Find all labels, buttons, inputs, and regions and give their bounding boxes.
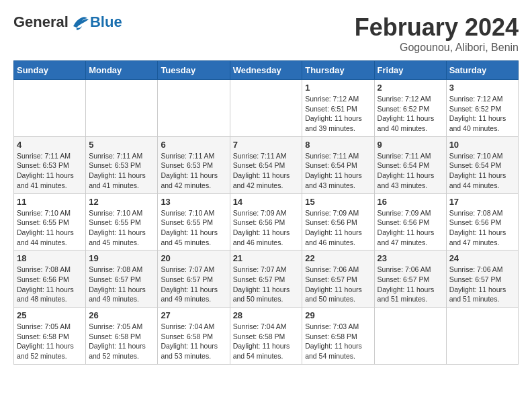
calendar-cell (446, 308, 518, 365)
day-info: Sunrise: 7:09 AMSunset: 6:56 PMDaylight:… (233, 208, 300, 248)
day-number: 12 (89, 197, 154, 207)
calendar-cell: 28Sunrise: 7:04 AMSunset: 6:58 PMDayligh… (230, 308, 302, 365)
logo-blue-text: Blue (90, 13, 122, 31)
calendar-cell: 25Sunrise: 7:05 AMSunset: 6:58 PMDayligh… (14, 308, 86, 365)
calendar-cell: 18Sunrise: 7:08 AMSunset: 6:56 PMDayligh… (14, 250, 86, 308)
location: Gogounou, Alibori, Benin (355, 42, 519, 54)
calendar-header-monday: Monday (86, 61, 158, 80)
calendar-cell: 14Sunrise: 7:09 AMSunset: 6:56 PMDayligh… (230, 193, 302, 250)
day-number: 10 (449, 140, 515, 150)
day-number: 5 (89, 140, 154, 150)
calendar-header-wednesday: Wednesday (230, 61, 302, 80)
day-number: 4 (17, 140, 83, 150)
calendar-week-row: 18Sunrise: 7:08 AMSunset: 6:56 PMDayligh… (14, 250, 519, 308)
page-header: General Blue February 2024 Gogounou, Ali… (13, 13, 519, 54)
day-info: Sunrise: 7:12 AMSunset: 6:52 PMDaylight:… (449, 94, 515, 134)
logo-bird-icon (70, 14, 90, 31)
calendar-cell: 2Sunrise: 7:12 AMSunset: 6:52 PMDaylight… (374, 80, 446, 137)
day-info: Sunrise: 7:06 AMSunset: 6:57 PMDaylight:… (449, 265, 515, 304)
day-number: 25 (17, 310, 83, 320)
day-number: 14 (233, 197, 300, 207)
day-number: 3 (449, 83, 515, 93)
day-info: Sunrise: 7:08 AMSunset: 6:56 PMDaylight:… (449, 208, 515, 248)
logo: General Blue (13, 13, 122, 31)
day-info: Sunrise: 7:10 AMSunset: 6:55 PMDaylight:… (17, 208, 83, 248)
calendar-header-sunday: Sunday (14, 61, 86, 80)
calendar-cell: 3Sunrise: 7:12 AMSunset: 6:52 PMDaylight… (446, 80, 518, 137)
day-info: Sunrise: 7:12 AMSunset: 6:52 PMDaylight:… (378, 94, 443, 134)
day-number: 26 (89, 310, 154, 320)
calendar-cell: 1Sunrise: 7:12 AMSunset: 6:51 PMDaylight… (302, 80, 374, 137)
day-number: 2 (378, 83, 443, 93)
title-section: February 2024 Gogounou, Alibori, Benin (355, 13, 519, 54)
calendar-cell: 10Sunrise: 7:10 AMSunset: 6:54 PMDayligh… (446, 136, 518, 193)
calendar-week-row: 4Sunrise: 7:11 AMSunset: 6:53 PMDaylight… (14, 136, 519, 193)
calendar-cell: 24Sunrise: 7:06 AMSunset: 6:57 PMDayligh… (446, 250, 518, 308)
day-info: Sunrise: 7:06 AMSunset: 6:57 PMDaylight:… (378, 265, 443, 304)
calendar-header-thursday: Thursday (302, 61, 374, 80)
calendar-cell: 17Sunrise: 7:08 AMSunset: 6:56 PMDayligh… (446, 193, 518, 250)
day-number: 24 (449, 253, 515, 263)
day-number: 19 (89, 253, 154, 263)
calendar-header-saturday: Saturday (446, 61, 518, 80)
day-number: 18 (17, 253, 83, 263)
day-number: 11 (17, 197, 83, 207)
day-number: 15 (305, 197, 371, 207)
day-info: Sunrise: 7:11 AMSunset: 6:53 PMDaylight:… (89, 151, 154, 191)
day-number: 22 (305, 253, 371, 263)
day-info: Sunrise: 7:09 AMSunset: 6:56 PMDaylight:… (378, 208, 443, 248)
day-number: 28 (233, 310, 300, 320)
month-title: February 2024 (355, 13, 519, 42)
day-number: 6 (161, 140, 226, 150)
day-info: Sunrise: 7:05 AMSunset: 6:58 PMDaylight:… (17, 322, 83, 361)
day-info: Sunrise: 7:06 AMSunset: 6:57 PMDaylight:… (305, 265, 371, 304)
day-number: 8 (305, 140, 371, 150)
day-info: Sunrise: 7:10 AMSunset: 6:55 PMDaylight:… (161, 208, 226, 248)
day-info: Sunrise: 7:08 AMSunset: 6:56 PMDaylight:… (17, 265, 83, 304)
calendar-header-tuesday: Tuesday (158, 61, 230, 80)
calendar-cell: 23Sunrise: 7:06 AMSunset: 6:57 PMDayligh… (374, 250, 446, 308)
day-number: 27 (161, 310, 226, 320)
day-info: Sunrise: 7:09 AMSunset: 6:56 PMDaylight:… (305, 208, 371, 248)
calendar-cell: 21Sunrise: 7:07 AMSunset: 6:57 PMDayligh… (230, 250, 302, 308)
day-number: 13 (161, 197, 226, 207)
day-info: Sunrise: 7:07 AMSunset: 6:57 PMDaylight:… (161, 265, 226, 304)
day-info: Sunrise: 7:10 AMSunset: 6:54 PMDaylight:… (449, 151, 515, 191)
day-number: 20 (161, 253, 226, 263)
day-number: 29 (305, 310, 371, 320)
day-info: Sunrise: 7:04 AMSunset: 6:58 PMDaylight:… (161, 322, 226, 361)
calendar-cell: 26Sunrise: 7:05 AMSunset: 6:58 PMDayligh… (86, 308, 158, 365)
calendar-table: SundayMondayTuesdayWednesdayThursdayFrid… (13, 60, 519, 365)
calendar-header-friday: Friday (374, 61, 446, 80)
calendar-week-row: 25Sunrise: 7:05 AMSunset: 6:58 PMDayligh… (14, 308, 519, 365)
calendar-cell: 16Sunrise: 7:09 AMSunset: 6:56 PMDayligh… (374, 193, 446, 250)
calendar-cell: 4Sunrise: 7:11 AMSunset: 6:53 PMDaylight… (14, 136, 86, 193)
day-number: 16 (378, 197, 443, 207)
day-info: Sunrise: 7:12 AMSunset: 6:51 PMDaylight:… (305, 94, 371, 134)
calendar-cell: 7Sunrise: 7:11 AMSunset: 6:54 PMDaylight… (230, 136, 302, 193)
calendar-week-row: 11Sunrise: 7:10 AMSunset: 6:55 PMDayligh… (14, 193, 519, 250)
calendar-cell: 11Sunrise: 7:10 AMSunset: 6:55 PMDayligh… (14, 193, 86, 250)
calendar-cell (14, 80, 86, 137)
calendar-header-row: SundayMondayTuesdayWednesdayThursdayFrid… (14, 61, 519, 80)
day-info: Sunrise: 7:05 AMSunset: 6:58 PMDaylight:… (89, 322, 154, 361)
calendar-cell: 8Sunrise: 7:11 AMSunset: 6:54 PMDaylight… (302, 136, 374, 193)
day-info: Sunrise: 7:08 AMSunset: 6:57 PMDaylight:… (89, 265, 154, 304)
day-number: 17 (449, 197, 515, 207)
calendar-cell (374, 308, 446, 365)
day-info: Sunrise: 7:04 AMSunset: 6:58 PMDaylight:… (233, 322, 300, 361)
day-number: 9 (378, 140, 443, 150)
calendar-cell: 12Sunrise: 7:10 AMSunset: 6:55 PMDayligh… (86, 193, 158, 250)
day-info: Sunrise: 7:11 AMSunset: 6:54 PMDaylight:… (378, 151, 443, 191)
calendar-cell: 13Sunrise: 7:10 AMSunset: 6:55 PMDayligh… (158, 193, 230, 250)
calendar-cell: 22Sunrise: 7:06 AMSunset: 6:57 PMDayligh… (302, 250, 374, 308)
logo-general-text: General (13, 13, 69, 31)
day-number: 21 (233, 253, 300, 263)
calendar-cell (86, 80, 158, 137)
calendar-cell: 29Sunrise: 7:03 AMSunset: 6:58 PMDayligh… (302, 308, 374, 365)
day-info: Sunrise: 7:10 AMSunset: 6:55 PMDaylight:… (89, 208, 154, 248)
day-number: 1 (305, 83, 371, 93)
day-info: Sunrise: 7:11 AMSunset: 6:54 PMDaylight:… (233, 151, 300, 191)
day-number: 7 (233, 140, 300, 150)
calendar-cell: 9Sunrise: 7:11 AMSunset: 6:54 PMDaylight… (374, 136, 446, 193)
